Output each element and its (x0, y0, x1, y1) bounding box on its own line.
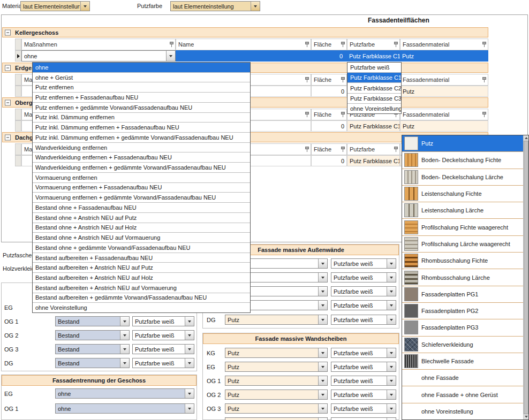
massnahmen-option[interactable]: Vormauerung entfernen + Fassadenaufbau N… (33, 183, 250, 193)
cell-material[interactable]: Putz (400, 86, 488, 97)
putzfarbe-option[interactable]: ohne Voreinstellung (347, 104, 401, 113)
fassade-combobox-og1[interactable]: Putz (225, 376, 328, 386)
material-option[interactable]: Rhombusschalung Lärche (402, 269, 523, 286)
column-header-massnahmen[interactable]: Maßnahmen (21, 39, 176, 50)
collapse-icon[interactable] (5, 29, 11, 35)
scrollbar-thumb[interactable] (524, 141, 528, 414)
putzfarbe-combobox-og3[interactable]: Putzfarbe weiß (331, 403, 396, 414)
putzfarbe-option[interactable]: Putzfarbe weiß (347, 63, 401, 73)
pin-icon[interactable] (482, 42, 487, 48)
pin-icon[interactable] (169, 42, 174, 48)
massnahmen-option[interactable]: Putz inkl. Dämmung entfernen + gedämmte … (33, 133, 250, 143)
dropdown-arrow-icon[interactable] (120, 317, 129, 326)
putzfarbe-combobox-kg[interactable]: Putzfarbe weiß (331, 348, 396, 358)
cell-flaeche[interactable]: 0 (311, 120, 347, 132)
dropdown-arrow-icon[interactable] (185, 389, 194, 398)
dropdown-arrow-icon[interactable] (387, 418, 396, 420)
pin-icon[interactable] (305, 112, 309, 118)
scrollbar[interactable] (523, 135, 528, 419)
dropdown-arrow-icon[interactable] (120, 358, 129, 368)
trennung-combobox-og1[interactable]: ohne (55, 403, 194, 414)
dropdown-arrow-icon[interactable] (318, 301, 327, 310)
material-option[interactable]: Profilschalung Fichte waagerecht (402, 219, 523, 235)
dropdown-arrow-icon[interactable] (318, 362, 327, 371)
fassade-combobox-eg[interactable]: Putz (225, 362, 328, 372)
fassade-combobox-og2[interactable]: Putz (225, 390, 328, 400)
massnahmen-option[interactable]: Wandverkleidung entfernen (33, 143, 250, 153)
cell-flaeche[interactable]: 0 (311, 86, 347, 97)
cell-flaeche[interactable]: 0 (311, 155, 347, 166)
collapse-icon[interactable] (5, 134, 11, 140)
massnahmen-option[interactable]: Bestand ohne + Fassadenaufbau NEU (33, 203, 250, 213)
massnahmen-option[interactable]: Bestand ohne + Anstrich NEU auf Holz (33, 223, 250, 233)
putzfarbe-combobox-clipped[interactable] (331, 417, 396, 420)
dropdown-arrow-icon[interactable] (387, 287, 396, 296)
bestand-combobox-og2[interactable]: Bestand (55, 330, 130, 340)
putzfarbe-combobox-og2[interactable]: Putzfarbe weiß (132, 330, 194, 340)
massnahmen-option[interactable]: Bestand aufbereiten + Anstrich NEU auf V… (33, 283, 250, 293)
putzfarbe-combobox[interactable]: Putzfarbe weiß (331, 258, 396, 269)
dropdown-arrow-icon[interactable] (120, 345, 129, 354)
pin-icon[interactable] (305, 42, 309, 48)
section-band-kellergeschoss[interactable]: Kellergeschoss (2, 27, 488, 37)
massnahmen-option[interactable]: Bestand ohne + gedämmte Vorwand/Fassaden… (33, 243, 250, 253)
scroll-down-icon[interactable] (524, 414, 528, 419)
dropdown-arrow-icon[interactable] (318, 390, 327, 399)
massnahmen-option[interactable]: Bestand ohne + Anstrich NEU auf Vormauer… (33, 233, 250, 243)
dropdown-arrow-icon[interactable] (387, 348, 396, 357)
trennung-combobox-eg[interactable]: ohne (55, 388, 194, 399)
pin-icon[interactable] (394, 42, 398, 48)
massnahmen-option[interactable]: Putz inkl. Dämmung entfernen (33, 113, 250, 123)
pin-icon[interactable] (305, 77, 309, 83)
pin-icon[interactable] (394, 147, 398, 152)
dropdown-arrow-icon[interactable] (318, 348, 327, 357)
collapse-icon[interactable] (5, 65, 11, 71)
material-option[interactable]: ohne Voreinstellung (402, 403, 523, 419)
massnahmen-option[interactable]: Bestand aufbereiten + Anstrich NEU auf H… (33, 273, 250, 283)
column-header-putzfarbe[interactable]: Putzfarbe (347, 39, 400, 50)
material-option[interactable]: Schieferverkleidung (402, 337, 523, 353)
putzfarbe-combobox[interactable]: Putzfarbe weiß (331, 272, 396, 282)
material-option[interactable]: Fassadenplatten PG3 (402, 319, 523, 336)
dropdown-arrow-icon[interactable] (387, 390, 396, 399)
material-option[interactable]: ohne Fassade (402, 370, 523, 386)
dropdown-arrow-icon[interactable] (318, 376, 327, 385)
column-header-flaeche[interactable]: Fläche (311, 74, 347, 86)
bestand-combobox-og3[interactable]: Bestand (55, 344, 130, 354)
putzfarbe-combobox-dg[interactable]: Putzfarbe weiß (132, 358, 194, 368)
massnahmen-option-selected[interactable]: ohne (33, 63, 250, 73)
material-combobox[interactable]: laut Elementeinstellung (20, 1, 90, 11)
dropdown-arrow-icon[interactable] (120, 331, 129, 340)
putzfarbe-combobox[interactable]: laut Elementeinstellung (170, 1, 260, 11)
putzfarbe-combobox-og3[interactable]: Putzfarbe weiß (132, 344, 194, 354)
massnahmen-option[interactable]: Bestand aufbereiten + Anstrich NEU auf P… (33, 263, 250, 273)
fassade-combobox-clipped[interactable] (225, 417, 328, 420)
fassade-combobox-kg[interactable]: Putz (225, 348, 328, 358)
putzfarbe-dropdown-arrow-icon[interactable] (251, 2, 260, 11)
massnahmen-option[interactable]: Bestand aufbereiten + gedämmte Vorwand/F… (33, 293, 250, 303)
material-option[interactable]: Rhombusschalung Fichte (402, 253, 523, 269)
material-option[interactable]: Leistenschalung Fichte (402, 186, 523, 202)
dropdown-arrow-icon[interactable] (318, 287, 327, 296)
fassade-combobox-og3[interactable]: Putz (225, 403, 328, 414)
dropdown-arrow-icon[interactable] (318, 273, 327, 282)
column-header-putzfarbe[interactable]: Putzfarbe (347, 143, 400, 155)
column-header-material[interactable]: Fassadenmaterial (400, 74, 488, 86)
pin-icon[interactable] (341, 147, 345, 152)
column-header-flaeche[interactable]: Fläche (311, 143, 347, 155)
pin-icon[interactable] (305, 147, 309, 152)
massnahmen-option[interactable]: Wandverkleidung entfernen + Fassadenaufb… (33, 152, 250, 163)
dropdown-arrow-icon[interactable] (387, 273, 396, 282)
pin-icon[interactable] (341, 112, 345, 118)
putzfarbe-combobox[interactable]: Putzfarbe weiß (331, 286, 396, 296)
scroll-up-icon[interactable] (524, 135, 528, 141)
bestand-combobox-dg[interactable]: Bestand (55, 358, 130, 368)
dropdown-arrow-icon[interactable] (318, 315, 327, 324)
putzfarbe-combobox-og1[interactable]: Putzfarbe weiß (132, 316, 194, 326)
column-header-flaeche[interactable]: Fläche (311, 39, 347, 50)
fassade-combobox-dg[interactable]: Putz (225, 315, 328, 325)
material-dropdown-arrow-icon[interactable] (80, 2, 89, 11)
pin-icon[interactable] (482, 77, 487, 83)
dropdown-arrow-icon[interactable] (185, 331, 194, 340)
massnahmen-option[interactable]: ohne Voreinstellung (33, 303, 250, 312)
